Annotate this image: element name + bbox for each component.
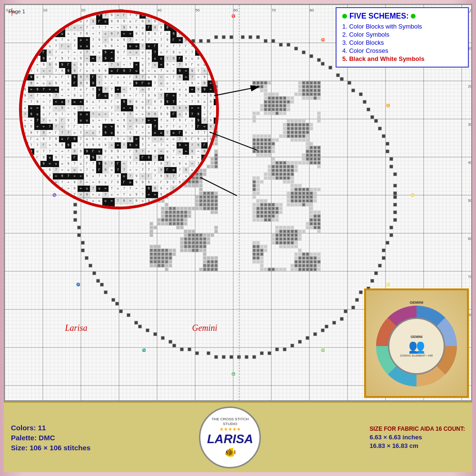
schemes-title: FIVE SCHEMES: [342, 12, 462, 20]
scheme-item-2: 2. Color Symbols [342, 30, 462, 39]
gemini-symbol: 👥 [408, 338, 425, 354]
gemini-inner: GEMINI 👥 ZODIAC ELEMENT • AIR [388, 317, 445, 375]
green-dot-right [411, 14, 416, 19]
logo-circle: THE CROSS STITCH STUDIO ★★★★★ LARISA 🐠 [199, 407, 261, 468]
app-wrapper: Page 1 FIVE SCHEMES: 1. Color Blocks wit… [0, 0, 476, 476]
scheme-item-5: 5. Black and White Symbols [342, 55, 462, 63]
logo-arc-text: THE CROSS STITCH STUDIO [204, 417, 256, 426]
scheme-item-1: 1. Color Blocks with Symbols [342, 22, 462, 30]
size-cm: 16.83 × 16.83 cm [370, 442, 465, 449]
schemes-panel: FIVE SCHEMES: 1. Color Blocks with Symbo… [336, 7, 469, 68]
green-dot-left [342, 14, 347, 19]
zodiac-wheel: GEMINI 👥 ZODIAC ELEMENT • AIR [376, 306, 457, 387]
gemini-preview: GEMINI GEMINI 👥 ZODIAC ELEMENT • AIR [364, 288, 469, 398]
size-info: Size: 106 × 106 stitches [11, 444, 90, 452]
scheme-item-4: 4. Color Crosses [342, 47, 462, 55]
studio-logo: THE CROSS STITCH STUDIO ★★★★★ LARISA 🐠 [199, 407, 261, 468]
logo-stars: ★★★★★ [219, 426, 241, 432]
colors-info: Colors: 11 [11, 424, 90, 432]
main-pattern-area: Page 1 FIVE SCHEMES: 1. Color Blocks wit… [4, 4, 472, 401]
palette-info: Palette: DMC [11, 434, 90, 442]
fabric-label: SIZE FOR FABRIC AIDA 16 COUNT: [370, 426, 465, 432]
gemini-subtitle: ZODIAC ELEMENT • AIR [400, 354, 433, 357]
fabric-info: SIZE FOR FABRIC AIDA 16 COUNT: 6.63 × 6.… [370, 426, 465, 449]
stitch-info: Colors: 11 Palette: DMC Size: 106 × 106 … [11, 424, 90, 452]
scheme-item-3: 3. Color Blocks [342, 39, 462, 47]
logo-name: LARISA [207, 432, 253, 446]
bottom-info-bar: Colors: 11 Palette: DMC Size: 106 × 106 … [4, 401, 472, 472]
page-label: Page 1 [9, 9, 25, 14]
preview-background: GEMINI GEMINI 👥 ZODIAC ELEMENT • AIR [366, 290, 467, 396]
size-inches: 6.63 × 6.63 inches [370, 434, 465, 441]
logo-fish-icon: 🐠 [224, 446, 236, 458]
gemini-label: GEMINI [411, 335, 423, 338]
preview-title: GEMINI [410, 300, 423, 305]
